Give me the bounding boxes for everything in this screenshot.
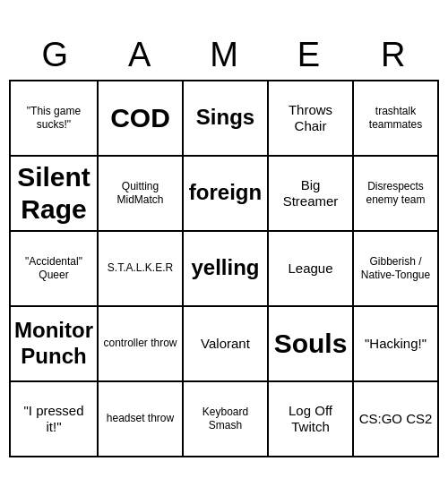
title-letter: R: [354, 36, 433, 74]
cell-text: Disrespects enemy team: [358, 180, 434, 206]
bingo-cell: "I pressed it!": [11, 382, 99, 457]
bingo-cell: "Hacking!": [354, 307, 439, 382]
cell-text: Throws Chair: [272, 102, 349, 134]
cell-text: "Hacking!": [365, 336, 426, 352]
bingo-cell: COD: [99, 81, 184, 157]
title-letter: G: [15, 36, 94, 74]
bingo-cell: foreign: [184, 157, 269, 232]
bingo-card: GAMER "This game sucks!"CODSingsThrows C…: [9, 30, 439, 457]
bingo-cell: Keyboard Smash: [184, 382, 269, 457]
cell-text: Gibberish / Native-Tongue: [358, 255, 434, 281]
bingo-cell: Gibberish / Native-Tongue: [354, 232, 439, 307]
title-letter: M: [185, 36, 263, 74]
cell-text: CS:GO CS2: [359, 411, 433, 427]
cell-text: Sings: [196, 105, 254, 131]
bingo-cell: Sings: [184, 81, 269, 157]
cell-text: controller throw: [103, 337, 177, 349]
bingo-cell: trashtalk teammates: [354, 81, 439, 157]
title-letter: E: [269, 36, 348, 74]
bingo-cell: Throws Chair: [269, 81, 354, 157]
bingo-cell: Disrespects enemy team: [354, 157, 439, 232]
bingo-cell: CS:GO CS2: [354, 382, 439, 457]
cell-text: yelling: [191, 255, 259, 281]
bingo-cell: Souls: [269, 307, 354, 382]
bingo-cell: Silent Rage: [11, 157, 99, 232]
cell-text: "Accidental" Queer: [14, 255, 93, 281]
cell-text: COD: [110, 102, 170, 134]
cell-text: Big Streamer: [272, 177, 349, 209]
cell-text: Silent Rage: [14, 161, 93, 226]
bingo-cell: "Accidental" Queer: [11, 232, 99, 307]
bingo-cell: "This game sucks!": [11, 81, 99, 157]
cell-text: Keyboard Smash: [187, 406, 263, 431]
cell-text: Quitting MidMatch: [102, 180, 178, 206]
bingo-cell: S.T.A.L.K.E.R: [99, 232, 184, 307]
cell-text: Log Off Twitch: [272, 403, 349, 435]
cell-text: Souls: [274, 328, 348, 360]
bingo-cell: Big Streamer: [269, 157, 354, 232]
cell-text: League: [288, 261, 332, 277]
cell-text: "I pressed it!": [14, 403, 93, 435]
bingo-title: GAMER: [9, 30, 439, 80]
cell-text: headset throw: [107, 412, 174, 424]
cell-text: "This game sucks!": [14, 105, 93, 131]
bingo-cell: League: [269, 232, 354, 307]
bingo-grid: "This game sucks!"CODSingsThrows Chairtr…: [9, 80, 439, 457]
cell-text: trashtalk teammates: [358, 105, 434, 131]
cell-text: S.T.A.L.K.E.R: [108, 261, 173, 274]
bingo-cell: yelling: [184, 232, 269, 307]
bingo-cell: Quitting MidMatch: [99, 157, 184, 232]
title-letter: A: [100, 36, 179, 74]
cell-text: Valorant: [201, 336, 250, 352]
cell-text: foreign: [189, 180, 262, 206]
bingo-cell: controller throw: [99, 307, 184, 382]
bingo-cell: Log Off Twitch: [269, 382, 354, 457]
cell-text: Monitor Punch: [14, 318, 93, 370]
bingo-cell: Valorant: [184, 307, 269, 382]
bingo-cell: Monitor Punch: [11, 307, 99, 382]
bingo-cell: headset throw: [99, 382, 184, 457]
